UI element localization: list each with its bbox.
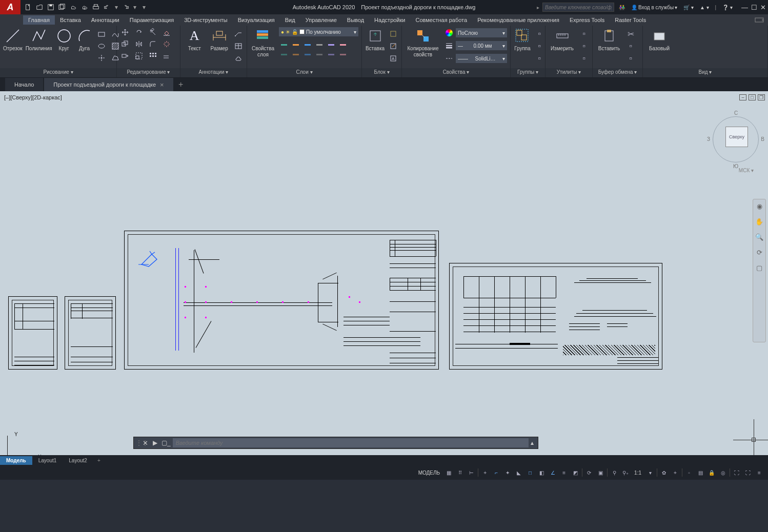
tab-featured[interactable]: Рекомендованные приложения [472, 15, 564, 25]
lockui-icon[interactable]: 🔒 [706, 467, 717, 478]
command-line[interactable]: ⋮⋮ ✕ ▶ ▢_ ▴ [133, 437, 538, 449]
otrack-icon[interactable]: ∠ [547, 467, 558, 478]
tab-output[interactable]: Вывод [342, 15, 369, 25]
status-model[interactable]: МОДЕЛЬ [415, 470, 443, 476]
3dosnap-icon[interactable]: ◧ [536, 467, 547, 478]
open-icon[interactable] [35, 3, 44, 12]
ribbon-overflow-icon[interactable] [755, 17, 764, 23]
array-icon[interactable] [148, 51, 158, 61]
custom-icon[interactable]: ≡ [754, 467, 765, 478]
layer-dropdown[interactable]: ●☀🔓 По умолчанию▾ [279, 27, 358, 36]
iso-icon[interactable]: ◣ [513, 467, 524, 478]
copy2-icon[interactable]: ▫ [625, 41, 636, 51]
la6-icon[interactable] [338, 50, 348, 60]
tab-insert[interactable]: Вставка [55, 15, 86, 25]
leader-icon[interactable] [233, 29, 244, 39]
hardware-icon[interactable]: ⛶ [731, 467, 742, 478]
panel-props-title[interactable]: Свойства ▾ [402, 68, 510, 77]
blk-attr-icon[interactable]: A [388, 53, 398, 64]
layer-mc-icon[interactable] [326, 38, 336, 49]
table-icon[interactable] [233, 41, 244, 51]
snap-icon[interactable]: ⠿ [454, 467, 466, 478]
panel-util-title[interactable]: Утилиты ▾ [545, 68, 592, 77]
undo-icon[interactable] [103, 3, 112, 12]
tab-addins[interactable]: Надстройки [369, 15, 410, 25]
mirror-icon[interactable] [134, 39, 144, 49]
stretch-icon[interactable] [120, 51, 130, 61]
la2-icon[interactable] [291, 50, 301, 60]
layer-iso-icon[interactable] [314, 38, 325, 49]
tab-manage[interactable]: Управление [300, 15, 342, 25]
grid-icon[interactable]: ▦ [443, 467, 454, 478]
3d-icon[interactable]: ▣ [595, 467, 606, 478]
polyline-tool[interactable]: Полилиния [26, 27, 52, 52]
redo-icon[interactable] [121, 3, 130, 12]
tab-close-icon[interactable]: × [160, 81, 164, 89]
ellipse-icon[interactable] [96, 41, 107, 51]
annoauto-icon[interactable]: ⚲₊ [620, 467, 631, 478]
dynamic-input-icon[interactable]: + [479, 467, 491, 478]
arc-tool[interactable]: Дуга [76, 27, 93, 52]
help-icon[interactable]: ❔ ▾ [721, 5, 734, 10]
quickprops-icon[interactable]: ▤ [695, 467, 706, 478]
save-icon[interactable] [46, 3, 55, 12]
layout-2[interactable]: Layout2 [63, 456, 93, 465]
tab-new-icon[interactable]: + [174, 78, 188, 91]
qat-more-icon[interactable]: ▾ [139, 3, 149, 12]
circle-tool[interactable]: Круг [55, 27, 73, 52]
layer-freeze-icon[interactable] [291, 38, 301, 49]
layer-states-icon[interactable] [338, 38, 348, 49]
layer-props-tool[interactable]: Свойства слоя [250, 27, 276, 58]
cmd-grip-icon[interactable]: ⋮⋮ [136, 439, 140, 446]
paste2-icon[interactable]: ▫ [625, 53, 636, 64]
color-dropdown[interactable]: ПоСлою▾ [444, 27, 507, 38]
status-scale[interactable]: 1:1 [631, 470, 644, 476]
minimize-icon[interactable]: — [741, 4, 748, 11]
blk-edit-icon[interactable] [388, 41, 398, 51]
tab-3dtools[interactable]: 3D-инструменты [179, 15, 233, 25]
tab-home[interactable]: Главная [23, 15, 55, 25]
panel-anno-title[interactable]: Аннотации ▾ [180, 68, 247, 77]
cmd-recent-icon[interactable]: ▶ [153, 439, 157, 446]
lw-dropdown[interactable]: —0.00 мм▾ [444, 40, 507, 51]
scale-dd-icon[interactable]: ▾ [644, 467, 656, 478]
panel-draw-title[interactable]: Рисование ▾ [0, 68, 116, 77]
new-icon[interactable] [24, 3, 33, 12]
panel-block-title[interactable]: Блок ▾ [362, 68, 401, 77]
appstore-icon[interactable]: 🛒 ▾ [682, 5, 695, 10]
tab-view[interactable]: Вид [280, 15, 300, 25]
layer-lock-icon[interactable] [302, 38, 313, 49]
layer-off-icon[interactable] [279, 38, 289, 49]
fillet-icon[interactable] [148, 39, 158, 49]
isolate-icon[interactable]: ◎ [717, 467, 729, 478]
annomonitor-icon[interactable]: + [670, 467, 681, 478]
block-insert-tool[interactable]: Вставка [365, 27, 385, 52]
annoscale-icon[interactable]: ⚲ [609, 467, 620, 478]
a360-icon[interactable]: ▲ ▾ [698, 5, 711, 10]
tab-visualize[interactable]: Визуализация [233, 15, 280, 25]
text-tool[interactable]: A Текст [184, 27, 206, 52]
close-icon[interactable]: ✕ [760, 4, 766, 11]
model-viewport[interactable]: [–][Сверху][2D-каркас] – □ ❐ С Ю В З Све… [0, 91, 768, 465]
lt-dropdown[interactable]: ——SolidLi…▾ [444, 53, 507, 64]
panel-layers-title[interactable]: Слои ▾ [247, 68, 361, 77]
scale-icon[interactable] [134, 51, 144, 61]
cmd-input[interactable] [173, 438, 529, 447]
saveas-icon[interactable] [57, 3, 67, 12]
group-sel-icon[interactable]: ▫ [534, 53, 544, 64]
rotate-icon[interactable] [134, 27, 144, 37]
osnap-icon[interactable]: □ [524, 467, 536, 478]
search-input[interactable] [542, 3, 614, 12]
cleanscreen-icon[interactable]: ⛶ [742, 467, 754, 478]
la4-icon[interactable] [314, 50, 325, 60]
measure-tool[interactable]: Измерить [549, 27, 576, 52]
layout-1[interactable]: Layout1 [32, 456, 63, 465]
units-icon[interactable]: ▫ [683, 467, 695, 478]
workspace-icon[interactable]: ✿ [658, 467, 670, 478]
trim-icon[interactable] [148, 27, 158, 37]
polar-icon[interactable]: ✦ [502, 467, 513, 478]
panel-view-title[interactable]: Вид ▾ [643, 68, 767, 77]
infer-icon[interactable]: ⊢ [466, 467, 477, 478]
ungroup-icon[interactable]: ▫ [534, 29, 544, 39]
tab-parametric[interactable]: Параметризация [125, 15, 179, 25]
